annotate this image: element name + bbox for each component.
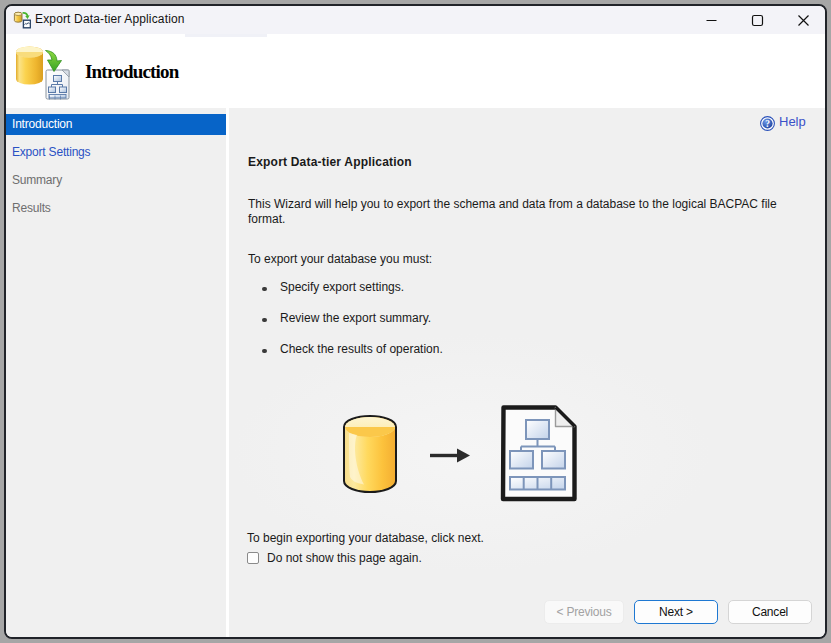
svg-text:?: ? (765, 119, 770, 129)
